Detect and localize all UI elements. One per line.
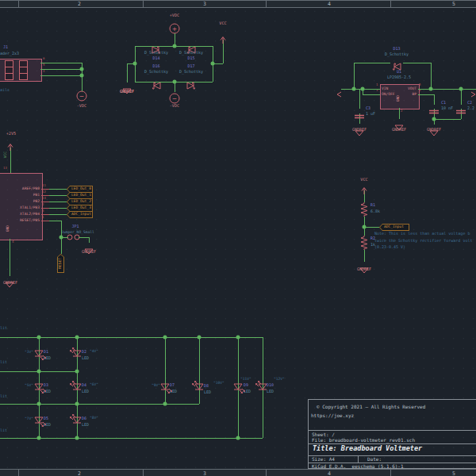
led-value[interactable]: LED	[82, 390, 89, 394]
u1-value[interactable]: LP2985-2.5	[387, 75, 411, 80]
c1-reference[interactable]: C1	[441, 101, 446, 106]
led-value[interactable]: LED	[204, 390, 211, 395]
led-reference[interactable]: D1	[44, 350, 48, 355]
plus-vdc-power-icon[interactable]: +	[170, 24, 180, 34]
diode-symbol[interactable]	[185, 42, 198, 50]
led-reference[interactable]: D3	[44, 383, 48, 388]
gnd-symbol[interactable]	[84, 243, 94, 249]
resistor-symbol[interactable]	[359, 236, 369, 250]
wire[interactable]	[354, 63, 355, 89]
power-label-2v5[interactable]: +2V5	[6, 132, 17, 136]
wire[interactable]	[364, 227, 379, 228]
wire[interactable]	[434, 119, 461, 120]
wire[interactable]	[40, 69, 82, 70]
capacitor-symbol[interactable]	[354, 108, 365, 114]
wire[interactable]	[79, 237, 89, 238]
gndref-label[interactable]: GNDREF	[352, 128, 367, 132]
c3-reference[interactable]: C3	[366, 106, 370, 111]
diode-value[interactable]: D_Schottky	[144, 51, 168, 56]
j1-value[interactable]: ader_2x3	[0, 52, 19, 56]
gndref-label[interactable]: GNDREF	[392, 128, 406, 132]
edge-comment[interactable]: s lit	[0, 360, 7, 365]
wire[interactable]	[127, 63, 128, 83]
edge-comment[interactable]: s lit	[0, 394, 7, 399]
led-reference[interactable]: D6	[82, 416, 86, 421]
led-value[interactable]: LED	[44, 423, 51, 428]
capacitor-symbol[interactable]	[428, 103, 440, 109]
wire[interactable]	[49, 214, 67, 215]
c3-value[interactable]: 1 uF	[366, 112, 375, 117]
wire[interactable]	[61, 237, 62, 254]
wire[interactable]	[431, 63, 432, 89]
gndref-label[interactable]: GNDREF	[3, 281, 17, 286]
wire[interactable]	[0, 404, 199, 405]
led-reference[interactable]: D2	[82, 350, 86, 355]
diode-reference[interactable]: D15	[187, 56, 194, 61]
wire[interactable]	[461, 89, 462, 105]
led-voltage-comment[interactable]: "6V"	[90, 382, 98, 386]
led-voltage-comment[interactable]: "11V"	[240, 377, 251, 381]
led-voltage-comment[interactable]: "7V"	[14, 416, 33, 420]
minus-vdc-power-icon[interactable]: −	[77, 91, 87, 102]
wire-continues-right-icon[interactable]	[470, 86, 476, 92]
wire[interactable]	[403, 63, 431, 63]
edge-comment[interactable]: s lit	[0, 326, 7, 331]
wire[interactable]	[418, 89, 476, 90]
led-reference[interactable]: D4	[82, 383, 86, 388]
gnd-symbol[interactable]	[394, 119, 404, 125]
wire[interactable]	[363, 94, 380, 95]
wire[interactable]	[49, 195, 67, 196]
wire[interactable]	[354, 63, 390, 63]
led-reference[interactable]: D8	[204, 384, 209, 389]
led-voltage-comment[interactable]: "10V"	[213, 381, 225, 385]
gndref-label[interactable]: GNDREF	[427, 128, 441, 132]
led-value[interactable]: LED	[267, 390, 274, 394]
gnd-symbol[interactable]	[122, 83, 132, 89]
diode-symbol[interactable]	[150, 78, 163, 86]
r1-value[interactable]: 6.8k	[370, 209, 380, 214]
wire[interactable]	[40, 63, 82, 63]
led-value[interactable]: LED	[44, 390, 51, 394]
note-text[interactable]: Note: This is less than actual voltage b	[374, 232, 470, 236]
diode-value[interactable]: D_Schottky	[144, 70, 168, 75]
wire[interactable]	[364, 250, 365, 262]
gndref-label[interactable]: GNDREF	[120, 90, 134, 94]
diode-reference[interactable]: D14	[152, 56, 159, 61]
note-text[interactable]: twice the Schottky rectifier forward vol…	[374, 239, 472, 244]
edge-comment[interactable]: s lit	[0, 428, 7, 433]
diode-reference[interactable]: D17	[187, 64, 194, 69]
led-voltage-comment[interactable]: "3V"	[14, 350, 33, 354]
hier-label[interactable]: ADC_Input	[67, 211, 93, 218]
wire[interactable]	[49, 208, 67, 209]
edge-comment[interactable]: ails	[0, 88, 10, 93]
led-voltage-comment[interactable]: "12V"	[274, 377, 285, 381]
led-value[interactable]: LED	[44, 356, 51, 361]
led-value[interactable]: LED	[170, 390, 177, 394]
capacitor-symbol[interactable]	[455, 103, 466, 109]
led-reference[interactable]: D9	[244, 383, 248, 388]
led-reference[interactable]: D7	[170, 383, 175, 388]
power-arrow-icon[interactable]	[219, 32, 227, 40]
power-label-minus-vdc[interactable]: -VDC	[77, 104, 87, 109]
diode-symbol[interactable]	[185, 78, 198, 86]
power-arrow-icon[interactable]	[360, 182, 368, 190]
led-reference[interactable]: D5	[44, 416, 48, 421]
resistor-symbol[interactable]	[359, 202, 369, 217]
hier-label-adc-input[interactable]: ADC_Input	[379, 224, 409, 231]
power-arrow-icon[interactable]	[6, 139, 14, 147]
r1-reference[interactable]: R1	[370, 203, 375, 208]
diode-value[interactable]: D_Schottky	[179, 51, 203, 56]
schematic-canvas[interactable]: 2 3 4 5 2 3 4 5 +VDC + − -VDC VCC GNDREF…	[0, 0, 476, 476]
power-label-minus-vdc[interactable]: -VDC	[170, 104, 180, 109]
c2-value[interactable]: 2.2 u	[467, 106, 476, 111]
led-voltage-comment[interactable]: "4V"	[90, 349, 98, 353]
led-value[interactable]: LED	[82, 356, 89, 361]
gndref-label[interactable]: GNDREF	[82, 250, 96, 255]
led-voltage-comment[interactable]: "5V"	[14, 383, 33, 387]
hier-label-reset[interactable]: RESET	[57, 254, 64, 273]
c1-value[interactable]: 10 nF	[441, 106, 453, 111]
power-label-vcc[interactable]: VCC	[219, 21, 226, 26]
wire-continues-left-icon[interactable]	[336, 86, 342, 92]
gndref-label[interactable]: GNDREF	[357, 267, 371, 272]
diode-value[interactable]: D_Schottky	[179, 70, 203, 75]
